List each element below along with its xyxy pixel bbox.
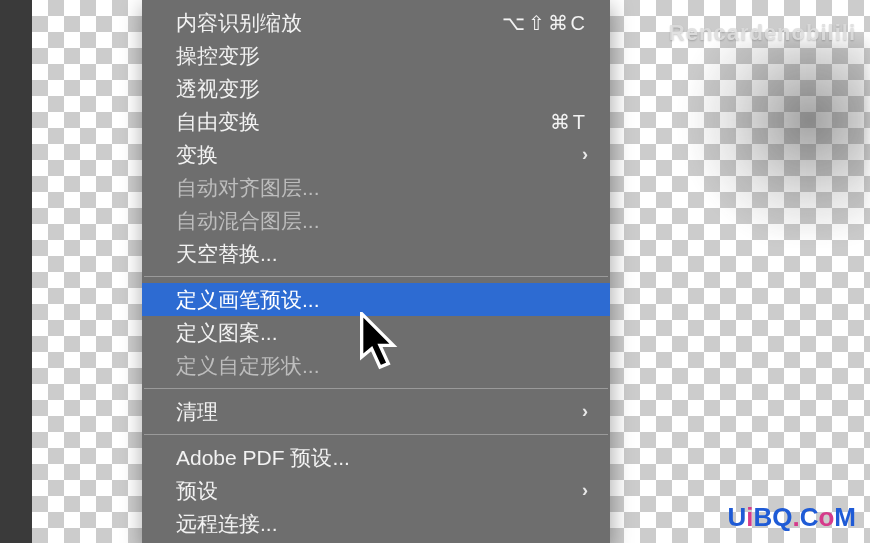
menu-item-adobe-pdf-presets[interactable]: Adobe PDF 预设... bbox=[142, 441, 610, 474]
menu-item-label: 定义图案... bbox=[176, 319, 588, 347]
menu-item-label: 自动混合图层... bbox=[176, 207, 588, 235]
menu-item-perspective-warp[interactable]: 透视变形 bbox=[142, 72, 610, 105]
watermark-char: M bbox=[834, 502, 856, 532]
menu-item-content-aware-scale[interactable]: 内容识别缩放 ⌥⇧⌘C bbox=[142, 6, 610, 39]
menu-item-label: 透视变形 bbox=[176, 75, 588, 103]
watermark-top: Rencardenobilili bbox=[669, 20, 856, 46]
canvas-brush-smudge bbox=[670, 40, 870, 240]
menu-item-define-pattern[interactable]: 定义图案... bbox=[142, 316, 610, 349]
menu-item-label: 远程连接... bbox=[176, 510, 588, 538]
menu-separator bbox=[144, 276, 608, 277]
menu-item-presets[interactable]: 预设 › bbox=[142, 474, 610, 507]
menu-item-label: 清理 bbox=[176, 398, 582, 426]
menu-item-auto-align-layers: 自动对齐图层... bbox=[142, 171, 610, 204]
menu-item-label: 天空替换... bbox=[176, 240, 588, 268]
watermark-char: U bbox=[727, 502, 746, 532]
menu-item-shortcut: ⌘T bbox=[550, 110, 588, 134]
menu-separator bbox=[144, 388, 608, 389]
menu-item-label: Adobe PDF 预设... bbox=[176, 444, 588, 472]
menu-item-label: 自由变换 bbox=[176, 108, 550, 136]
menu-item-define-custom-shape: 定义自定形状... bbox=[142, 349, 610, 382]
menu-item-label: 预设 bbox=[176, 477, 582, 505]
menu-item-sky-replacement[interactable]: 天空替换... bbox=[142, 237, 610, 270]
watermark-char: . bbox=[792, 502, 799, 532]
menu-separator bbox=[144, 434, 608, 435]
watermark-char: C bbox=[800, 502, 819, 532]
menu-item-auto-blend-layers: 自动混合图层... bbox=[142, 204, 610, 237]
watermark-char: o bbox=[818, 502, 834, 532]
chevron-right-icon: › bbox=[582, 144, 588, 165]
chevron-right-icon: › bbox=[582, 401, 588, 422]
menu-item-shortcut: ⌥⇧⌘C bbox=[502, 11, 588, 35]
edit-context-menu[interactable]: 内容识别缩放 ⌥⇧⌘C 操控变形 透视变形 自由变换 ⌘T 变换 › 自动对齐图… bbox=[142, 0, 610, 543]
menu-item-label: 自动对齐图层... bbox=[176, 174, 588, 202]
chevron-right-icon: › bbox=[582, 480, 588, 501]
menu-item-label: 定义画笔预设... bbox=[176, 286, 588, 314]
watermark-bottom: UiBQ.CoM bbox=[727, 502, 856, 533]
menu-item-label: 操控变形 bbox=[176, 42, 588, 70]
app-left-edge bbox=[0, 0, 32, 543]
menu-item-puppet-warp[interactable]: 操控变形 bbox=[142, 39, 610, 72]
menu-item-label: 定义自定形状... bbox=[176, 352, 588, 380]
menu-item-define-brush-preset[interactable]: 定义画笔预设... bbox=[142, 283, 610, 316]
menu-item-label: 变换 bbox=[176, 141, 582, 169]
menu-item-free-transform[interactable]: 自由变换 ⌘T bbox=[142, 105, 610, 138]
menu-item-label: 内容识别缩放 bbox=[176, 9, 502, 37]
watermark-char: BQ bbox=[753, 502, 792, 532]
menu-item-transform[interactable]: 变换 › bbox=[142, 138, 610, 171]
menu-item-remote-connections[interactable]: 远程连接... bbox=[142, 507, 610, 540]
menu-item-purge[interactable]: 清理 › bbox=[142, 395, 610, 428]
